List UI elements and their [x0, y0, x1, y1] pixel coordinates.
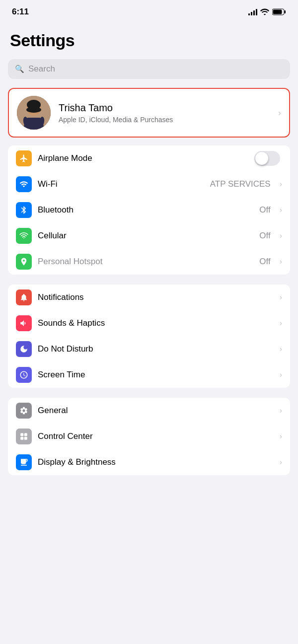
- svg-rect-8: [27, 118, 41, 128]
- screentime-chevron-icon: ›: [280, 370, 282, 379]
- airplane-mode-row[interactable]: Airplane Mode: [8, 145, 290, 171]
- connectivity-group: Airplane Mode Wi-Fi ATP SERVICES › Bluet…: [0, 145, 298, 275]
- display-icon: [16, 454, 32, 470]
- cellular-value: Off: [259, 231, 270, 241]
- status-icons: [248, 8, 286, 15]
- cellular-chevron-icon: ›: [280, 231, 282, 240]
- airplane-mode-label: Airplane Mode: [38, 153, 248, 163]
- controlcenter-row[interactable]: Control Center ›: [8, 424, 290, 449]
- bluetooth-icon: [16, 202, 32, 218]
- profile-row[interactable]: Trisha Tamo Apple ID, iCloud, Media & Pu…: [9, 89, 289, 137]
- general-chevron-icon: ›: [280, 406, 282, 415]
- wifi-value: ATP SERVICES: [210, 179, 271, 189]
- airplane-mode-toggle[interactable]: [254, 151, 280, 166]
- svg-rect-2: [273, 10, 282, 14]
- notifications-icon: [16, 289, 32, 305]
- cellular-row[interactable]: Cellular Off ›: [8, 223, 290, 249]
- dnd-icon: [16, 341, 32, 357]
- profile-subtitle: Apple ID, iCloud, Media & Purchases: [59, 116, 270, 124]
- notifications-list: Notifications › Sounds & Haptics › Do No…: [8, 285, 290, 388]
- profile-info: Trisha Tamo Apple ID, iCloud, Media & Pu…: [59, 102, 270, 124]
- wifi-label: Wi-Fi: [38, 179, 204, 189]
- sounds-chevron-icon: ›: [280, 319, 282, 328]
- bluetooth-row[interactable]: Bluetooth Off ›: [8, 197, 290, 223]
- profile-name: Trisha Tamo: [59, 102, 270, 114]
- general-group: General › Control Center › Display & Bri…: [0, 398, 298, 475]
- hotspot-icon: [16, 254, 32, 270]
- controlcenter-icon: [16, 429, 32, 444]
- wifi-icon: [16, 176, 32, 192]
- hotspot-row[interactable]: Personal Hotspot Off ›: [8, 249, 290, 275]
- bluetooth-value: Off: [259, 205, 270, 215]
- cellular-icon: [16, 228, 32, 244]
- status-time: 6:11: [12, 7, 29, 17]
- hotspot-value: Off: [259, 257, 270, 267]
- notifications-chevron-icon: ›: [280, 293, 282, 302]
- wifi-chevron-icon: ›: [280, 180, 282, 189]
- svg-point-7: [26, 107, 41, 113]
- notifications-group: Notifications › Sounds & Haptics › Do No…: [0, 285, 298, 388]
- dnd-row[interactable]: Do Not Disturb ›: [8, 336, 290, 362]
- dnd-chevron-icon: ›: [280, 345, 282, 354]
- status-bar: 6:11: [0, 0, 298, 21]
- display-label: Display & Brightness: [38, 457, 274, 467]
- sounds-label: Sounds & Haptics: [38, 318, 274, 328]
- avatar: [17, 96, 51, 130]
- sounds-row[interactable]: Sounds & Haptics ›: [8, 310, 290, 336]
- controlcenter-label: Control Center: [38, 431, 274, 441]
- screentime-row[interactable]: Screen Time ›: [8, 362, 290, 388]
- bluetooth-label: Bluetooth: [38, 205, 253, 215]
- hotspot-chevron-icon: ›: [280, 257, 282, 266]
- display-chevron-icon: ›: [280, 458, 282, 467]
- notifications-row[interactable]: Notifications ›: [8, 285, 290, 310]
- signal-icon: [248, 8, 257, 15]
- header: Settings: [0, 21, 298, 55]
- general-row[interactable]: General ›: [8, 398, 290, 424]
- profile-card[interactable]: Trisha Tamo Apple ID, iCloud, Media & Pu…: [8, 88, 290, 138]
- wifi-row[interactable]: Wi-Fi ATP SERVICES ›: [8, 171, 290, 197]
- search-bar[interactable]: 🔍 Search: [8, 59, 290, 79]
- general-label: General: [38, 406, 274, 416]
- svg-rect-14: [24, 437, 27, 440]
- general-list: General › Control Center › Display & Bri…: [8, 398, 290, 475]
- svg-rect-12: [24, 433, 27, 436]
- screentime-icon: [16, 367, 32, 383]
- hotspot-label: Personal Hotspot: [38, 257, 253, 267]
- cellular-label: Cellular: [38, 231, 253, 241]
- svg-rect-13: [20, 437, 23, 440]
- svg-rect-11: [20, 433, 23, 436]
- profile-chevron-icon: ›: [278, 108, 281, 118]
- battery-icon: [272, 8, 286, 15]
- connectivity-list: Airplane Mode Wi-Fi ATP SERVICES › Bluet…: [8, 145, 290, 275]
- sounds-icon: [16, 315, 32, 331]
- avatar-silhouette: [17, 96, 51, 130]
- controlcenter-chevron-icon: ›: [280, 432, 282, 441]
- search-placeholder: Search: [28, 64, 55, 74]
- display-row[interactable]: Display & Brightness ›: [8, 449, 290, 475]
- page-title: Settings: [10, 31, 288, 50]
- bluetooth-chevron-icon: ›: [280, 206, 282, 215]
- search-icon: 🔍: [15, 65, 24, 73]
- general-icon: [16, 403, 32, 419]
- search-container: 🔍 Search: [0, 55, 298, 85]
- notifications-label: Notifications: [38, 292, 274, 302]
- wifi-status-icon: [260, 8, 269, 15]
- airplane-mode-icon: [16, 150, 32, 166]
- svg-rect-1: [285, 10, 286, 13]
- screentime-label: Screen Time: [38, 370, 274, 380]
- dnd-label: Do Not Disturb: [38, 344, 274, 354]
